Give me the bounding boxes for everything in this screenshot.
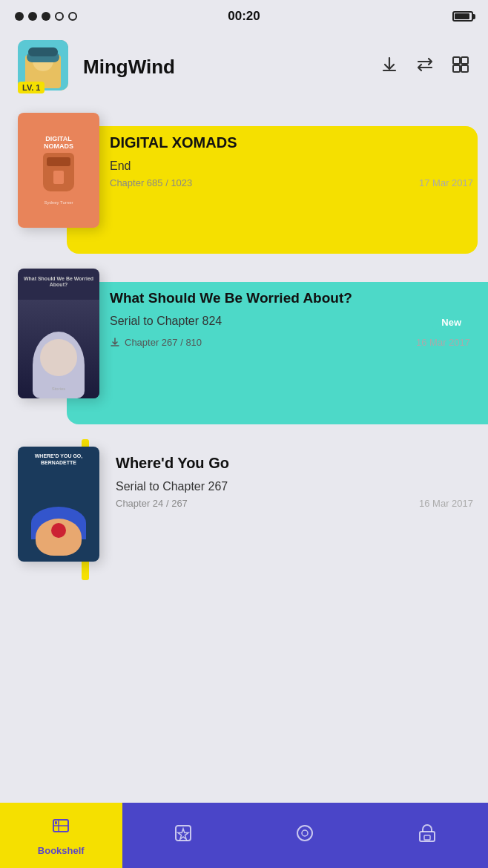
header-icons	[380, 55, 470, 79]
book1-date: 17 Mar 2017	[419, 177, 473, 188]
dot1	[15, 12, 24, 21]
book3-chapter: Chapter 24 / 267	[116, 498, 188, 509]
svg-rect-8	[461, 65, 468, 72]
book3-date: 16 Mar 2017	[419, 498, 473, 509]
bookshelf-label: Bookshelf	[38, 845, 85, 856]
card2-content: What Should We Be Worried About? Serial …	[110, 269, 488, 366]
book3-status: Serial to Chapter 267	[116, 480, 473, 493]
cover2-text: What Should We Be Worried About?	[18, 276, 99, 289]
book1-chapter: Chapter 685 / 1023	[110, 177, 192, 188]
nav-discover[interactable]	[244, 803, 366, 868]
nav-favorites[interactable]	[122, 803, 245, 868]
book1-meta: Chapter 685 / 1023 17 Mar 2017	[110, 177, 473, 188]
svg-rect-5	[453, 57, 460, 64]
cover1-title: DIGITALNOMADS	[44, 136, 73, 151]
cover3-text: WHERE'D YOU GO,BERNADETTE	[32, 453, 86, 466]
book3-title: Where'd You Go	[116, 454, 473, 473]
book-card-3[interactable]: WHERE'D YOU GO,BERNADETTE Where'd You Go…	[0, 439, 488, 580]
svg-point-12	[297, 826, 312, 841]
card3-content: Where'd You Go Serial to Chapter 267 Cha…	[110, 439, 488, 524]
bookshelf-icon	[50, 815, 71, 841]
book2-status: Serial to Chapter 824	[110, 315, 222, 328]
card1-content: DIGITAL XOMADS End Chapter 685 / 1023 17…	[110, 113, 488, 206]
discover-icon	[294, 823, 315, 848]
book2-title: What Should We Be Worried About?	[110, 289, 470, 307]
grid-icon[interactable]	[451, 55, 470, 79]
level-badge: LV. 1	[18, 82, 44, 93]
book3-meta: Chapter 24 / 267 16 Mar 2017	[116, 498, 473, 509]
svg-rect-6	[461, 57, 468, 64]
dot2	[28, 12, 37, 21]
book-card-1[interactable]: DIGITALNOMADS Sydney Turner DIGITAL XOMA…	[0, 113, 488, 254]
book2-chapter: Chapter 267 / 810	[125, 337, 202, 348]
transfer-icon[interactable]	[415, 55, 435, 79]
book-cover-2: What Should We Be Worried About? Stories	[18, 269, 99, 398]
svg-rect-7	[453, 65, 460, 72]
new-badge: New	[432, 315, 470, 330]
battery-icon	[452, 11, 473, 22]
username: MingWind	[83, 56, 380, 79]
svg-rect-4	[28, 47, 58, 56]
signal-dots	[15, 12, 77, 21]
book-card-2[interactable]: What Should We Be Worried About? Stories…	[0, 269, 488, 424]
store-icon	[417, 823, 438, 848]
status-time: 00:20	[228, 9, 260, 24]
dot3	[42, 12, 50, 21]
book-cover-1: DIGITALNOMADS Sydney Turner	[18, 113, 99, 228]
svg-rect-10	[55, 821, 57, 824]
status-right	[452, 11, 473, 22]
book1-status: End	[110, 160, 473, 173]
dot4	[55, 12, 64, 21]
books-list: DIGITALNOMADS Sydney Turner DIGITAL XOMA…	[0, 113, 488, 610]
download-icon[interactable]	[380, 55, 399, 79]
dot5	[68, 12, 77, 21]
book2-date: 16 Mar 2017	[416, 337, 470, 348]
nav-bookshelf[interactable]: Bookshelf	[0, 803, 122, 868]
avatar-wrap[interactable]: LV. 1	[18, 40, 71, 93]
status-bar: 00:20	[0, 0, 488, 33]
svg-point-13	[302, 830, 308, 836]
book-cover-3: WHERE'D YOU GO,BERNADETTE	[18, 447, 99, 562]
bottom-nav: Bookshelf	[0, 803, 488, 868]
header: LV. 1 MingWind	[0, 33, 488, 105]
svg-rect-15	[424, 835, 430, 840]
book1-title: DIGITAL XOMADS	[110, 134, 473, 152]
nav-store[interactable]	[366, 803, 489, 868]
favorites-icon	[173, 823, 194, 848]
book2-download-row: Chapter 267 / 810 16 Mar 2017	[110, 337, 470, 348]
